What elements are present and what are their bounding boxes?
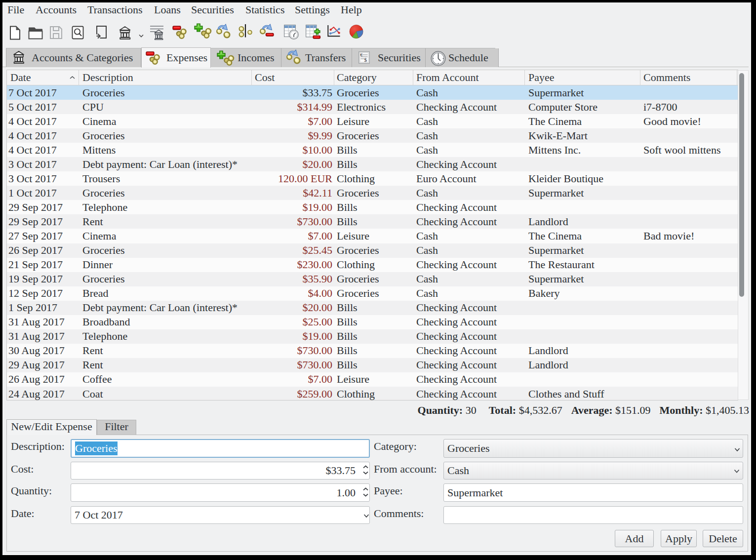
svg-text:$: $ — [364, 57, 367, 63]
svg-text:€: € — [360, 52, 363, 57]
